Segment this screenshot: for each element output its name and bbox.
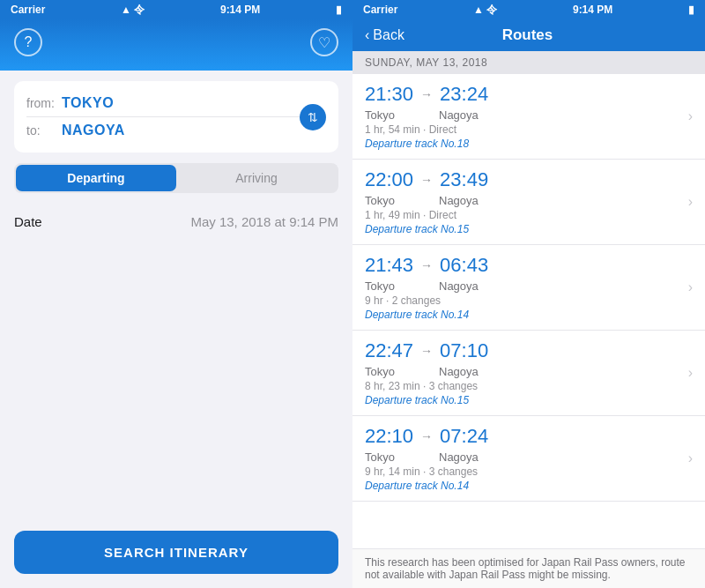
depart-time: 21:43 xyxy=(365,254,413,277)
to-city: Nagoya xyxy=(439,450,479,464)
arrive-time: 23:49 xyxy=(440,168,488,191)
routes-list: 21:30 → 23:24 Tokyo Nagoya 1 hr, 54 min … xyxy=(352,74,705,548)
left-time: 9:14 PM xyxy=(220,4,260,16)
time-row: 22:10 → 07:24 xyxy=(365,425,683,448)
chevron-left-icon: ‹ xyxy=(365,27,369,43)
to-label: to: xyxy=(26,123,62,138)
date-label: Date xyxy=(14,214,42,229)
arrive-time: 23:24 xyxy=(440,83,488,106)
right-carrier: Carrier xyxy=(363,4,397,16)
to-city: Nagoya xyxy=(439,365,479,378)
route-item[interactable]: 21:30 → 23:24 Tokyo Nagoya 1 hr, 54 min … xyxy=(352,74,705,160)
question-icon: ? xyxy=(25,34,33,50)
route-track: Departure track No.15 xyxy=(365,223,683,235)
route-times: 22:00 → 23:49 Tokyo Nagoya 1 hr, 49 min … xyxy=(365,168,683,235)
city-row: Tokyo Nagoya xyxy=(365,450,683,464)
right-battery-icon: ▮ xyxy=(688,4,694,16)
segment-toggle: Departing Arriving xyxy=(14,163,338,193)
left-battery-icon: ▮ xyxy=(336,4,342,16)
route-item[interactable]: 22:00 → 23:49 Tokyo Nagoya 1 hr, 49 min … xyxy=(352,160,705,245)
route-item[interactable]: 22:47 → 07:10 Tokyo Nagoya 8 hr, 23 min … xyxy=(352,331,705,416)
date-row: Date May 13, 2018 at 9:14 PM xyxy=(14,205,338,238)
arrow-icon: → xyxy=(420,429,433,443)
route-detail: 1 hr, 54 min · Direct xyxy=(365,123,683,136)
arriving-toggle[interactable]: Arriving xyxy=(176,165,337,191)
route-detail: 1 hr, 49 min · Direct xyxy=(365,209,683,221)
time-row: 21:43 → 06:43 xyxy=(365,254,683,277)
chevron-right-icon: › xyxy=(688,279,693,295)
arrow-icon: → xyxy=(420,87,433,101)
arrive-time: 07:10 xyxy=(440,339,488,362)
from-label: from: xyxy=(26,96,62,110)
left-header: ? ♡ xyxy=(0,19,352,71)
to-city: Nagoya xyxy=(439,194,479,207)
city-row: Tokyo Nagoya xyxy=(365,365,683,378)
route-times: 22:47 → 07:10 Tokyo Nagoya 8 hr, 23 min … xyxy=(365,339,683,406)
arrow-icon: → xyxy=(420,344,433,358)
to-value: NAGOYA xyxy=(62,123,125,138)
nav-title: Routes xyxy=(410,26,645,44)
chevron-right-icon: › xyxy=(688,194,693,210)
to-city: Nagoya xyxy=(439,108,479,122)
back-button[interactable]: ‹ Back xyxy=(365,27,404,43)
time-row: 22:00 → 23:49 xyxy=(365,168,683,191)
depart-time: 22:47 xyxy=(365,339,413,362)
favorite-button[interactable]: ♡ xyxy=(310,28,338,56)
city-row: Tokyo Nagoya xyxy=(365,279,683,293)
right-time: 9:14 PM xyxy=(573,4,612,16)
depart-time: 22:10 xyxy=(365,425,413,448)
from-city: Tokyo xyxy=(365,365,411,378)
right-nav: ‹ Back Routes xyxy=(352,19,705,51)
depart-time: 22:00 xyxy=(365,168,413,191)
route-detail: 9 hr · 2 changes xyxy=(365,294,683,307)
heart-icon: ♡ xyxy=(318,34,330,51)
date-value: May 13, 2018 at 9:14 PM xyxy=(190,214,338,229)
route-card: from: TOKYO to: NAGOYA ⇅ xyxy=(14,81,338,153)
route-times: 22:10 → 07:24 Tokyo Nagoya 9 hr, 14 min … xyxy=(365,425,683,492)
route-track: Departure track No.14 xyxy=(365,480,683,492)
route-item[interactable]: 21:43 → 06:43 Tokyo Nagoya 9 hr · 2 chan… xyxy=(352,245,705,331)
arrow-icon: → xyxy=(420,173,433,187)
time-row: 22:47 → 07:10 xyxy=(365,339,683,362)
arrow-icon: → xyxy=(420,258,433,272)
city-row: Tokyo Nagoya xyxy=(365,108,683,122)
route-track: Departure track No.15 xyxy=(365,394,683,406)
from-row: from: TOKYO xyxy=(26,90,326,116)
arrive-time: 07:24 xyxy=(440,425,488,448)
left-content: from: TOKYO to: NAGOYA ⇅ Departing Arriv… xyxy=(0,71,352,517)
arrive-time: 06:43 xyxy=(440,254,488,277)
depart-time: 21:30 xyxy=(365,83,413,106)
route-times: 21:43 → 06:43 Tokyo Nagoya 9 hr · 2 chan… xyxy=(365,254,683,321)
route-track: Departure track No.14 xyxy=(365,309,683,321)
chevron-right-icon: › xyxy=(688,108,693,124)
footer-note: This research has been optimised for Jap… xyxy=(352,548,705,588)
route-track: Departure track No.18 xyxy=(365,138,683,150)
left-panel: Carrier ▲ 令 9:14 PM ▮ ? ♡ from: TOKYO to… xyxy=(0,0,352,588)
left-status-bar: Carrier ▲ 令 9:14 PM ▮ xyxy=(0,0,352,19)
time-row: 21:30 → 23:24 xyxy=(365,83,683,106)
from-city: Tokyo xyxy=(365,279,411,293)
route-times: 21:30 → 23:24 Tokyo Nagoya 1 hr, 54 min … xyxy=(365,83,683,150)
right-wifi-icon: ▲ 令 xyxy=(473,3,497,18)
left-wifi-icon: ▲ 令 xyxy=(121,3,145,18)
from-value: TOKYO xyxy=(62,95,114,111)
from-city: Tokyo xyxy=(365,108,411,122)
search-btn-container: SEARCH ITINERARY xyxy=(0,517,352,588)
from-city: Tokyo xyxy=(365,194,411,207)
swap-button[interactable]: ⇅ xyxy=(300,104,326,130)
to-city: Nagoya xyxy=(439,279,479,293)
route-detail: 8 hr, 23 min · 3 changes xyxy=(365,380,683,392)
help-button[interactable]: ? xyxy=(14,28,42,56)
right-status-bar: Carrier ▲ 令 9:14 PM ▮ xyxy=(352,0,705,19)
chevron-right-icon: › xyxy=(688,365,693,381)
back-label: Back xyxy=(373,27,404,43)
chevron-right-icon: › xyxy=(688,450,693,466)
left-carrier: Carrier xyxy=(11,4,45,16)
departing-toggle[interactable]: Departing xyxy=(16,165,176,191)
routes-date-header: SUNDAY, MAY 13, 2018 xyxy=(352,51,705,74)
route-item[interactable]: 22:10 → 07:24 Tokyo Nagoya 9 hr, 14 min … xyxy=(352,416,705,502)
route-detail: 9 hr, 14 min · 3 changes xyxy=(365,465,683,478)
search-itinerary-button[interactable]: SEARCH ITINERARY xyxy=(14,531,338,574)
to-row: to: NAGOYA xyxy=(26,116,326,144)
from-city: Tokyo xyxy=(365,450,411,464)
